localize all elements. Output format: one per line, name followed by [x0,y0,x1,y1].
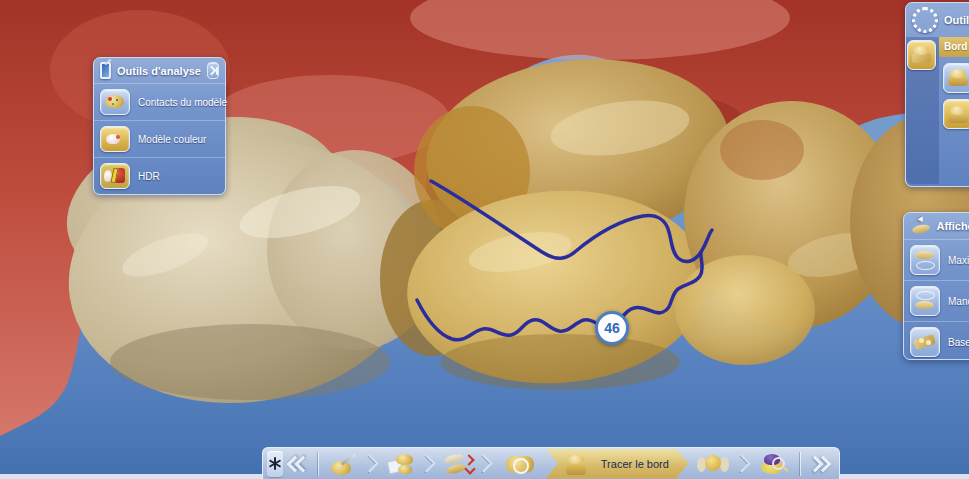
menu-item-label: Base de m [948,337,969,348]
model-contacts-icon [100,89,130,115]
toggle-maxillaire[interactable]: Maxillaire [904,239,969,280]
analysis-panel-title: Outils d'analyse [117,65,201,77]
maxillaire-icon [910,245,940,275]
previous-phase-button[interactable] [284,451,315,477]
menu-item-label: Maxillaire [948,255,969,266]
analysis-screen-icon [100,62,111,79]
magnifier-tooth-icon [758,452,790,476]
menu-item-label: Contacts du modèle [138,97,227,108]
step-administration[interactable] [322,449,366,479]
menu-item-color-model[interactable]: Modèle couleur [94,120,225,157]
toggle-mandibule[interactable]: Mandibule [904,280,969,321]
display-panel-title: Afficher [936,220,969,232]
tools-panel-header: Outils [906,3,969,37]
model-ring-icon [504,452,536,476]
display-panel-header: Afficher [904,213,969,239]
color-model-icon [100,126,130,152]
workflow-toolbar: Tracer le bord [262,447,840,479]
active-step-label: Tracer le bord [601,458,669,470]
step-acquisition[interactable] [379,449,423,479]
toolbar-divider [318,452,319,476]
scan-card-icon [385,452,417,476]
toolbar-divider [800,452,801,476]
analysis-tools-panel: Outils d'analyse Contacts du modèle Modè… [93,57,226,195]
display-panel: Afficher Maxillaire Mandibule Base de m [903,212,969,360]
menu-item-label: Modèle couleur [138,134,206,145]
step-restoration-design[interactable] [688,449,738,479]
app-window: 46 Outils d'analyse Contacts du modèle M… [0,0,969,479]
analysis-panel-header: Outils d'analyse [94,58,225,83]
margin-tool-draw-icon[interactable] [943,63,969,93]
dock-arrow-icon[interactable] [207,62,219,79]
tools-category-column [906,37,939,184]
tools-panel-title: Outils [944,14,969,26]
tooth-bur-icon [328,452,360,476]
arch-ring-icon [912,7,938,33]
system-menu-button[interactable] [267,451,283,477]
step-trace-margin-active[interactable]: Tracer le bord [546,449,689,479]
hdr-icon [100,163,130,189]
tooth-number-badge[interactable]: 46 [595,311,629,345]
asterisk-icon [268,457,281,470]
step-analysis[interactable] [751,449,797,479]
tool-group-band: Bord [939,37,969,57]
step-articulation[interactable] [436,449,480,479]
model-base-icon [910,327,940,357]
menu-item-hdr[interactable]: HDR [94,157,225,194]
tools-panel: Outils Bord [905,2,969,187]
crown-proximal-icon [697,452,729,476]
margin-tool-edit-icon[interactable] [943,99,969,129]
jaw-cursor-icon [910,217,930,235]
bite-registration-icon [442,452,474,476]
menu-item-label: Mandibule [948,296,969,307]
mandibule-icon [910,286,940,316]
margin-tool-block-icon[interactable] [907,40,936,70]
menu-item-label: HDR [138,171,160,182]
margin-cylinder-icon [562,452,594,476]
toggle-model-base[interactable]: Base de m [904,321,969,362]
menu-item-model-contacts[interactable]: Contacts du modèle [94,83,225,120]
next-phase-button[interactable] [804,451,835,477]
step-model-axis[interactable] [493,449,547,479]
